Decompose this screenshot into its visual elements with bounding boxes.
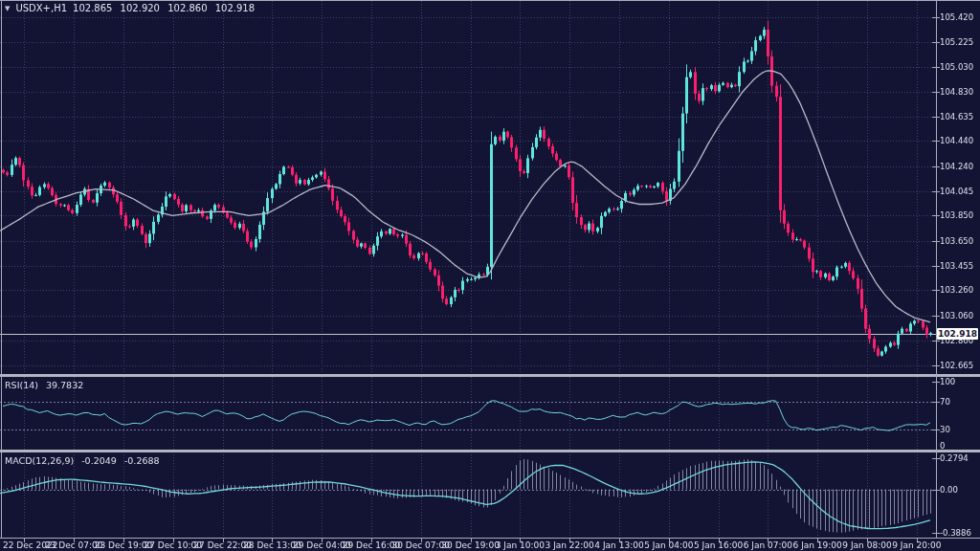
quote-high: 102.920 <box>121 3 160 13</box>
price-axis-label: 103.455 <box>940 261 973 271</box>
time-axis-label: 9 Jan 20:00 <box>869 540 965 550</box>
chart-title: ▼ USDX+,H1 102.865 102.920 102.860 102.9… <box>5 3 259 13</box>
price-axis-label: 104.440 <box>940 136 973 145</box>
quote-low: 102.860 <box>167 3 207 13</box>
macd-indicator-value: -0.2049 <box>81 455 117 466</box>
macd-axis-label: -0.3886 <box>940 528 971 538</box>
price-axis-label: 104.830 <box>940 87 973 97</box>
symbol-collapse-icon[interactable]: ▼ <box>5 5 10 12</box>
chart-window: ▼ USDX+,H1 102.865 102.920 102.860 102.9… <box>0 0 980 551</box>
current-price-tag: 102.918 <box>937 328 978 340</box>
rsi-indicator-label-row: RSI(14) 39.7832 <box>5 380 88 390</box>
symbol-name: USDX+,H1 <box>15 3 67 13</box>
price-axis-label: 105.420 <box>940 12 973 22</box>
price-axis-label: 104.635 <box>940 112 973 121</box>
rsi-axis-label: 70 <box>940 397 950 407</box>
macd-indicator-label: MACD(12,26,9) <box>5 455 74 466</box>
price-axis-label: 103.060 <box>940 311 973 320</box>
rsi-axis-label: 100 <box>940 377 955 386</box>
price-axis-label: 104.045 <box>940 187 973 196</box>
rsi-axis-label: 30 <box>940 425 950 434</box>
time-axis[interactable]: 22 Dec 202223 Dec 07:0023 Dec 19:0027 De… <box>0 540 980 551</box>
price-axis-label: 105.030 <box>940 62 973 72</box>
price-axis-label: 103.850 <box>940 210 973 220</box>
macd-axis-label: 0.00 <box>940 485 958 495</box>
price-axis-label: 102.665 <box>940 361 973 370</box>
price-axis-label: 103.260 <box>940 285 973 295</box>
price-axis-label: 103.650 <box>940 236 973 246</box>
price-chart-canvas[interactable] <box>0 0 980 551</box>
rsi-indicator-value: 39.7832 <box>46 380 83 390</box>
quote-open: 102.865 <box>73 3 112 13</box>
price-axis-label: 105.225 <box>940 37 973 47</box>
macd-signal-value: -0.2688 <box>124 455 160 466</box>
quote-values: 102.865 102.920 102.860 102.918 <box>73 3 259 13</box>
rsi-axis-label: 0 <box>940 441 945 451</box>
price-axis-label: 104.240 <box>940 162 973 171</box>
quote-close: 102.918 <box>215 3 255 13</box>
macd-indicator-label-row: MACD(12,26,9) -0.2049 -0.2688 <box>5 455 165 466</box>
rsi-indicator-label: RSI(14) <box>5 380 38 390</box>
macd-axis-label: 0.2794 <box>940 453 969 463</box>
